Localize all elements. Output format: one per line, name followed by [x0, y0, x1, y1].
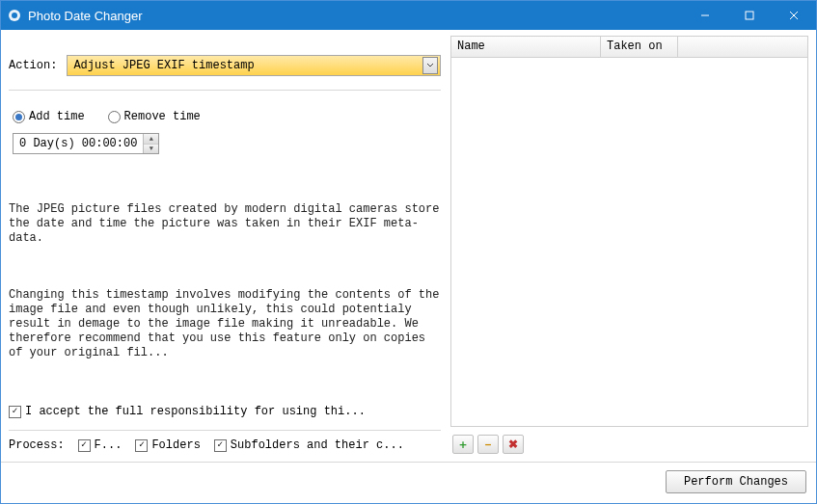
process-opt-label: F...: [95, 438, 123, 452]
accept-check-row[interactable]: I accept the full responsibility for usi…: [9, 405, 441, 418]
action-select-value: Adjust JPEG EXIF timestamp: [73, 59, 254, 72]
minus-icon: －: [482, 437, 494, 453]
stepper-down-icon[interactable]: ▼: [144, 145, 158, 154]
left-pane: Action: Adjust JPEG EXIF timestamp Add t…: [9, 36, 441, 462]
divider: [9, 90, 441, 91]
footer: Perform Changes: [1, 462, 816, 503]
svg-rect-3: [746, 12, 753, 19]
chevron-down-icon[interactable]: [422, 57, 438, 74]
radio-add-label: Add time: [29, 110, 85, 123]
accept-label: I accept the full responsibility for usi…: [25, 405, 366, 418]
desc-paragraph-1: The JPEG picture files created by modern…: [9, 202, 441, 246]
stepper-up-icon[interactable]: ▲: [144, 134, 158, 145]
checkbox-icon[interactable]: [9, 406, 21, 418]
svg-point-1: [12, 13, 17, 18]
column-header-name[interactable]: Name: [451, 37, 601, 57]
table-header: Name Taken on: [451, 37, 807, 58]
minimize-button[interactable]: [683, 1, 727, 30]
process-opt-label: Subfolders and their c...: [231, 438, 404, 452]
time-mode-radios: Add time Remove time: [9, 106, 441, 133]
desc-paragraph-2: Changing this timestamp involves modifyi…: [9, 288, 441, 360]
right-pane: Name Taken on ＋ － ✖: [450, 36, 808, 462]
titlebar: Photo Date Changer: [1, 1, 816, 30]
plus-icon: ＋: [457, 437, 469, 453]
time-field-wrap: 0 Day(s) 00:00:00 ▲ ▼: [9, 133, 441, 154]
checkbox-icon[interactable]: [214, 439, 227, 452]
remove-file-button[interactable]: －: [477, 435, 499, 454]
window-title: Photo Date Changer: [28, 9, 683, 23]
delete-file-button[interactable]: ✖: [503, 435, 524, 454]
action-row: Action: Adjust JPEG EXIF timestamp: [9, 36, 441, 84]
radio-icon: [13, 111, 25, 123]
add-file-button[interactable]: ＋: [452, 435, 474, 454]
process-bar: Process: F... Folders Subfolders and the…: [9, 430, 441, 462]
app-icon: [7, 8, 22, 23]
radio-icon: [108, 111, 121, 123]
process-check-subfolders[interactable]: Subfolders and their c...: [214, 438, 404, 452]
x-icon: ✖: [508, 438, 518, 451]
checkbox-icon[interactable]: [78, 439, 91, 452]
action-label: Action:: [9, 59, 57, 72]
time-stepper[interactable]: ▲ ▼: [143, 134, 158, 153]
radio-remove-label: Remove time: [124, 110, 201, 123]
process-check-folders[interactable]: Folders: [135, 438, 200, 452]
checkbox-icon[interactable]: [135, 439, 148, 452]
perform-changes-button[interactable]: Perform Changes: [666, 470, 806, 493]
process-check-files[interactable]: F...: [78, 438, 123, 452]
action-select[interactable]: Adjust JPEG EXIF timestamp: [67, 55, 441, 76]
process-opt-label: Folders: [151, 438, 200, 452]
column-header-empty[interactable]: [678, 37, 807, 57]
maximize-button[interactable]: [727, 1, 772, 30]
process-label: Process:: [9, 438, 65, 452]
table-body[interactable]: [451, 58, 807, 426]
time-offset-value: 0 Day(s) 00:00:00: [14, 137, 143, 150]
file-table: Name Taken on: [450, 36, 808, 427]
close-button[interactable]: [772, 1, 816, 30]
radio-add-time[interactable]: Add time: [13, 110, 85, 123]
file-toolbar: ＋ － ✖: [450, 427, 808, 462]
column-header-taken-on[interactable]: Taken on: [601, 37, 678, 57]
content-area: Action: Adjust JPEG EXIF timestamp Add t…: [1, 30, 816, 462]
radio-remove-time[interactable]: Remove time: [108, 110, 201, 123]
description-text: The JPEG picture files created by modern…: [9, 173, 441, 403]
time-offset-field[interactable]: 0 Day(s) 00:00:00 ▲ ▼: [13, 133, 159, 154]
